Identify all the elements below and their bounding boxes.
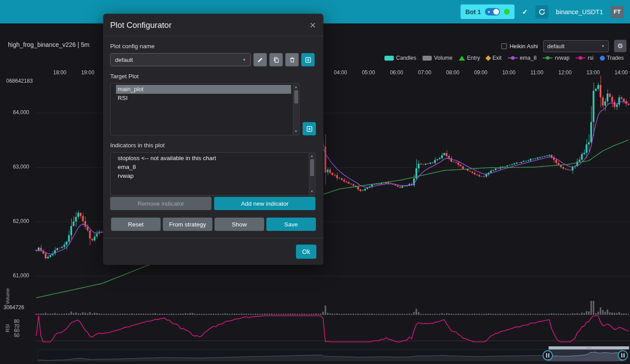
heikin-ashi-checkbox[interactable] [501, 43, 507, 49]
bot-toggle[interactable] [485, 8, 500, 15]
legend-item-exit[interactable]: Exit [486, 55, 502, 61]
legend-item-entry[interactable]: Entry [459, 55, 480, 61]
indicators-label: Indicators in this plot [110, 142, 316, 149]
time-tick: 06:00 [385, 69, 408, 76]
scroll-up-icon[interactable]: ▲ [309, 153, 315, 159]
plot-config-select[interactable]: default ▼ [543, 40, 609, 52]
toggle-knob [493, 9, 499, 15]
pair-label: binance_USDT1 [556, 8, 603, 15]
legend-item-trades[interactable]: Trades [600, 55, 624, 61]
ft-logo-button[interactable]: FT [611, 6, 624, 18]
rename-config-button[interactable] [254, 53, 267, 66]
legend-item-candles[interactable]: Candles [384, 55, 416, 61]
add-new-indicator-button[interactable]: Add new indicator [214, 197, 315, 210]
listbox-scrollbar[interactable]: ▲ ▼ [293, 84, 299, 134]
check-icon: ✓ [522, 8, 528, 16]
time-tick: 08:00 [441, 69, 464, 76]
from-strategy-button[interactable]: From strategy [163, 218, 212, 231]
legend-label: Volume [434, 55, 453, 61]
delete-config-button[interactable] [285, 53, 299, 66]
bot-online-dot [504, 9, 510, 15]
time-tick: 05:00 [357, 69, 380, 76]
legend-label: rvwap [555, 55, 569, 61]
plot-config-row: default ▼ [110, 53, 316, 66]
legend-label: Trades [607, 55, 624, 61]
time-tick: 18:00 [48, 69, 71, 76]
scrollbar-thumb[interactable] [294, 90, 298, 103]
legend-item-rsi[interactable]: rsi [576, 55, 593, 61]
app-root: Bot 1 ✓ binance_USDT1 FT high_frog_binan… [0, 0, 630, 364]
legend-label: Entry [467, 55, 480, 61]
legend-candles-icon [384, 56, 394, 61]
target-plot-label: Target Plot [110, 73, 316, 80]
duplicate-config-button[interactable] [269, 53, 283, 66]
scrollbar-thumb[interactable] [310, 159, 314, 176]
add-box-icon [306, 126, 313, 132]
time-tick: 07:00 [413, 69, 436, 76]
listbox-scrollbar[interactable]: ▲ ▼ [309, 153, 315, 195]
time-tick: 13:00 [582, 69, 605, 76]
config-actions-row: Reset From strategy Show Save [111, 218, 316, 231]
chart-title: high_frog_binance_v226 | 5m [8, 41, 89, 48]
price-tick: 64,000 [0, 109, 29, 115]
target-plot-listbox[interactable]: main_plotRSI ▲ ▼ [110, 83, 300, 135]
indicator-item[interactable]: stoploss <-- not available in this chart [116, 154, 307, 163]
ok-button[interactable]: Ok [296, 245, 316, 259]
refresh-button[interactable] [535, 5, 549, 19]
legend-item-volume[interactable]: Volume [423, 55, 453, 61]
time-tick: 14:00 [610, 69, 630, 76]
plot-configurator-modal: Plot Configurator × Plot config name def… [103, 14, 323, 265]
toggle-track-dot [488, 11, 490, 13]
add-config-button[interactable] [301, 53, 315, 66]
chevron-down-icon: ▼ [601, 44, 605, 48]
axis-value-label: 068642183 [6, 78, 33, 84]
heikin-ashi-control[interactable]: Heikin Ashi [501, 43, 538, 50]
refresh-icon [538, 8, 545, 15]
indicator-item[interactable]: ema_8 [116, 163, 307, 172]
bot-selector-chip[interactable]: Bot 1 [461, 4, 515, 19]
save-button[interactable]: Save [266, 218, 316, 231]
legend-item-rvwap[interactable]: rvwap [543, 55, 569, 61]
chart-scrollbar-thumb[interactable] [549, 346, 629, 349]
remove-indicator-button[interactable]: Remove indicator [110, 197, 211, 210]
target-plot-item-main_plot[interactable]: main_plot [116, 85, 291, 94]
close-icon[interactable]: × [310, 21, 316, 30]
chart-controls: Heikin Ashi default ▼ ⚙ [501, 40, 626, 52]
legend-label: ema_8 [520, 55, 537, 61]
navigator-track[interactable] [38, 349, 626, 361]
indicators-listbox[interactable]: stoploss <-- not available in this chart… [110, 152, 315, 195]
plot-config-select-value: default [547, 43, 565, 50]
heikin-ashi-label: Heikin Ashi [510, 43, 538, 50]
legend-ema-8-icon [508, 56, 518, 61]
modal-title: Plot Configurator [110, 20, 172, 30]
bot-name-label: Bot 1 [465, 8, 481, 15]
add-box-icon [305, 57, 311, 63]
price-tick: 63,000 [0, 164, 29, 170]
legend-volume-icon [423, 56, 432, 61]
indicator-item[interactable]: rvwap [116, 172, 307, 180]
gear-icon: ⚙ [617, 42, 623, 50]
plot-config-name-select[interactable]: default ▼ [110, 53, 251, 66]
trash-icon [289, 57, 296, 63]
scroll-down-icon[interactable]: ▼ [293, 129, 299, 134]
rsi-pane-label: RSI [5, 315, 10, 341]
legend-rsi-icon [576, 56, 585, 61]
price-tick: 62,000 [0, 218, 29, 224]
plot-config-name-value: default [115, 57, 133, 63]
plot-config-gear-button[interactable]: ⚙ [614, 40, 626, 52]
legend-label: rsi [588, 55, 593, 61]
legend-exit-icon [485, 55, 491, 61]
show-button[interactable]: Show [215, 218, 264, 231]
add-target-plot-button[interactable] [303, 122, 316, 135]
modal-body: Plot config name default ▼ [103, 43, 323, 231]
legend-entry-icon [459, 56, 465, 61]
target-plot-item-rsi[interactable]: RSI [116, 94, 291, 103]
plot-config-name-label: Plot config name [110, 43, 316, 50]
scroll-up-icon[interactable]: ▲ [293, 84, 299, 90]
scroll-down-icon[interactable]: ▼ [309, 189, 315, 194]
modal-footer: Ok [103, 238, 323, 265]
copy-icon [273, 57, 280, 63]
legend-rvwap-icon [543, 56, 553, 61]
reset-button[interactable]: Reset [111, 218, 161, 231]
legend-item-ema-8[interactable]: ema_8 [508, 55, 537, 61]
